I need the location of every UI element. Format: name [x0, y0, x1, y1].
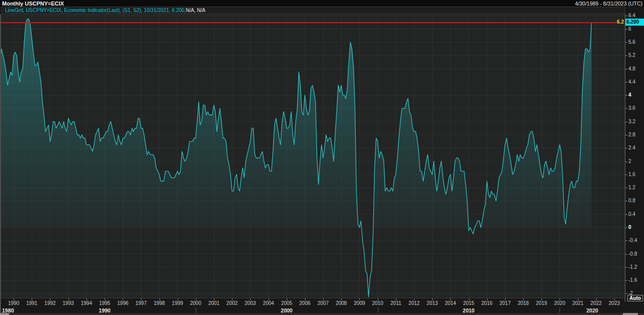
- y-tick: [625, 29, 627, 30]
- title-bar: Monthly USCPNY=ECIX 4/30/1989 - 8/31/202…: [0, 0, 644, 7]
- x-axis[interactable]: 1990199119921993199419951996199719981999…: [0, 298, 625, 307]
- x-year-label: 1999: [172, 300, 183, 306]
- x-year-label: 2009: [354, 300, 365, 306]
- x-year-label: 1991: [26, 300, 37, 306]
- y-tick-label: 6: [628, 27, 631, 32]
- y-tick-label: 6.4: [628, 13, 635, 18]
- red-line-price-label: 6.2: [614, 19, 624, 25]
- y-tick: [625, 42, 627, 43]
- y-tick-label: 4: [628, 93, 631, 98]
- y-tick: [625, 55, 627, 56]
- x-year-label: 1994: [81, 300, 92, 306]
- y-tick-label: 5.6: [628, 40, 635, 45]
- y-tick: [625, 267, 627, 268]
- y-tick-label: 0: [628, 225, 631, 230]
- left-edge-border: [0, 14, 1, 313]
- x-year-label: 2013: [427, 300, 438, 306]
- y-tick: [625, 175, 627, 175]
- scrollbar-left-nub[interactable]: [0, 313, 9, 315]
- x-year-label: 1995: [99, 300, 110, 306]
- legend-series-text: LineGrd, USCPNY=ECIX, Economic Indicator…: [5, 8, 186, 13]
- x-year-label: 1990: [8, 300, 19, 306]
- x-year-label: 2003: [245, 300, 256, 306]
- x-year-label: 2010: [372, 300, 383, 306]
- x-year-label: 2021: [572, 300, 583, 306]
- legend-na-text: N/A, N/A: [186, 8, 205, 13]
- y-tick-label: 3.6: [628, 106, 635, 111]
- y-tick: [625, 16, 627, 16]
- y-tick: [625, 69, 627, 69]
- legend-bar[interactable]: LineGrd, USCPNY=ECIX, Economic Indicator…: [2, 7, 625, 14]
- y-tick: [625, 122, 627, 122]
- x-year-label: 2020: [554, 300, 565, 306]
- y-tick: [625, 82, 627, 83]
- x-year-label: 2005: [281, 300, 292, 306]
- y-tick-label: 3.2: [628, 119, 635, 124]
- chart-window: Monthly USCPNY=ECIX 4/30/1989 - 8/31/202…: [0, 0, 644, 315]
- x-year-label: 2001: [208, 300, 219, 306]
- y-tick: [625, 241, 627, 241]
- x-year-label: 1998: [153, 300, 165, 306]
- y-tick: [625, 148, 627, 148]
- x-year-label: 2022: [591, 300, 602, 306]
- x-year-label: 1996: [117, 300, 128, 306]
- y-tick: [625, 135, 627, 135]
- x-year-label: 2017: [500, 300, 511, 306]
- x-year-label: 2008: [336, 300, 347, 306]
- plot-area[interactable]: [0, 14, 625, 298]
- x-year-label: 2000: [190, 300, 201, 306]
- y-tick-label: -1.2: [628, 265, 637, 270]
- x-year-label: 1997: [135, 300, 146, 306]
- x-year-label: 2006: [299, 300, 310, 306]
- x-year-label: 2019: [536, 300, 547, 306]
- y-tick-label: 0.8: [628, 198, 635, 203]
- x-year-label: 2014: [445, 300, 456, 306]
- x-year-label: 2018: [518, 300, 529, 306]
- y-tick-label: 0.4: [628, 212, 635, 217]
- y-tick: [625, 95, 627, 96]
- y-tick-label: 2.8: [628, 132, 635, 137]
- y-tick: [625, 214, 627, 215]
- last-price-badge: 6.200: [625, 19, 644, 26]
- y-tick: [625, 162, 627, 162]
- x-year-label: 2016: [481, 300, 493, 306]
- x-year-label: 2004: [263, 300, 274, 306]
- x-year-label: 2011: [390, 300, 401, 306]
- y-tick: [625, 227, 627, 228]
- y-tick-label: -2: [628, 291, 633, 296]
- y-tick-label: 2: [628, 159, 631, 164]
- y-tick-label: 4.4: [628, 80, 635, 85]
- x-year-label: 2007: [317, 300, 329, 306]
- y-tick-label: 1.2: [628, 185, 635, 190]
- x-year-label: 2015: [463, 300, 474, 306]
- x-year-label: 2002: [226, 300, 237, 306]
- y-tick-label: 4.8: [628, 66, 635, 71]
- y-tick: [625, 293, 627, 294]
- chart-title: Monthly USCPNY=ECIX: [0, 1, 64, 7]
- y-axis-line: [625, 14, 625, 302]
- y-tick: [625, 201, 627, 201]
- y-tick: [625, 108, 627, 109]
- y-tick-label: -1.6: [628, 278, 637, 283]
- x-year-label: 1992: [44, 300, 55, 306]
- y-tick-label: -0.4: [628, 238, 637, 243]
- x-year-label: 2012: [409, 300, 420, 306]
- y-tick-label: 2.4: [628, 145, 635, 150]
- y-tick-label: 1.6: [628, 172, 635, 177]
- y-tick-label: 5.2: [628, 53, 635, 58]
- y-tick: [625, 280, 627, 281]
- x-year-label: 2023: [609, 300, 620, 306]
- scrollbar-right-nub[interactable]: [623, 313, 638, 315]
- x-year-label: 1993: [63, 300, 74, 306]
- price-chart-svg[interactable]: [0, 14, 625, 298]
- date-range-label: 4/30/1989 - 8/31/2023 (UTC): [575, 1, 644, 7]
- y-tick-label: -0.8: [628, 252, 637, 257]
- bottom-scrollbar[interactable]: [0, 313, 644, 315]
- y-tick: [625, 188, 627, 188]
- y-tick: [625, 254, 627, 255]
